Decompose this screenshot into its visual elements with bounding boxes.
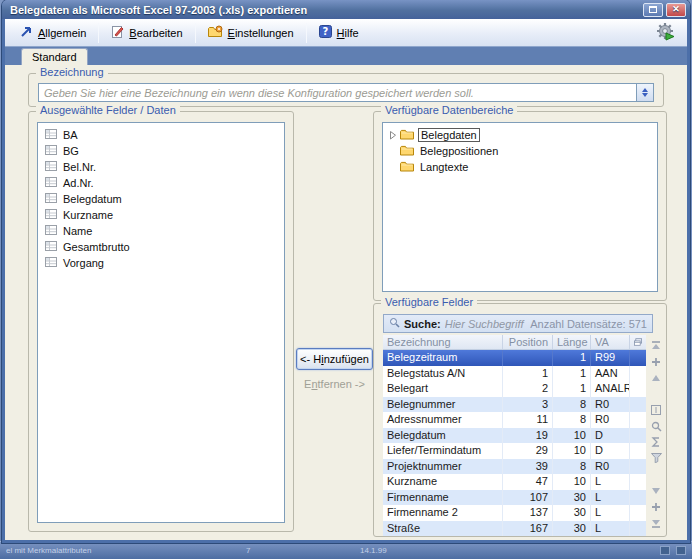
expander-icon[interactable] [388,131,398,140]
settings-folder-icon [208,25,223,40]
table-row[interactable]: Adressnummer 11 8 R0 [383,412,646,428]
datenbereiche-group: Verfügbare Datenbereiche Belegdaten Bele… [373,111,667,301]
table-row[interactable]: Liefer/Termindatum 29 10 D [383,443,646,459]
column-laenge[interactable]: Länge [553,335,591,349]
selected-field-label: Gesamtbrutto [63,241,130,253]
export-dialog: Belegdaten als Microsoft Excel 97-2003 (… [2,0,690,543]
einstellungen-button[interactable]: Einstellungen [199,21,303,44]
selected-field-item[interactable]: BG [38,143,284,159]
selected-fields-panel[interactable]: BA BG Bel.Nr. Ad.Nr. Belegdatum Kurzname [37,122,285,523]
background-window-fragment [676,546,686,555]
selected-field-item[interactable]: Kurzname [38,207,284,223]
datenbereiche-tree: Belegdaten Belegpositionen Langtexte [383,123,657,175]
selected-fields-list: BA BG Bel.Nr. Ad.Nr. Belegdatum Kurzname [38,123,284,271]
toolbar-separator [98,23,99,43]
selected-field-label: BA [63,129,78,141]
cell-laenge: 8 [553,397,591,413]
cell-position: 29 [503,443,553,459]
bearbeiten-button[interactable]: Bearbeiten [102,21,191,44]
selected-field-label: Bel.Nr. [63,161,96,173]
tab-standard[interactable]: Standard [21,48,88,65]
bezeichnung-combobox[interactable]: Geben Sie hier eine Bezeichnung ein wenn… [38,83,654,102]
search-bar[interactable]: Suche: Hier Suchbegriff eingeben Anzahl … [383,314,653,333]
cell-bezeichnung: Kurzname [383,474,503,490]
column-chooser-icon [634,337,642,347]
cell-bezeichnung: Belegdatum [383,428,503,444]
grid-search-icon[interactable] [650,421,662,432]
search-input[interactable]: Hier Suchbegriff eingeben [445,318,527,330]
move-down-icon[interactable] [650,501,662,512]
cell-laenge: 8 [553,459,591,475]
restore-button[interactable] [643,3,663,17]
edit-icon [111,25,124,40]
row-up-icon[interactable] [650,372,662,383]
entfernen-button[interactable]: Entfernen -> [296,378,373,390]
table-row[interactable]: Straße 167 30 L [383,521,646,537]
tree-item[interactable]: Belegdaten [383,127,657,143]
cell-bezeichnung: Firmenname 2 [383,505,503,521]
column-position[interactable]: Position [503,335,553,349]
allgemein-button[interactable]: Allgemein [11,21,95,44]
cell-va: D [591,428,630,444]
move-up-icon[interactable] [650,356,662,367]
background-status-date: 14.1.99 [360,546,387,555]
selected-field-item[interactable]: Vorgang [38,255,284,271]
table-row[interactable]: Belegnummer 3 8 R0 [383,397,646,413]
tree-item-label: Belegpositionen [418,145,500,157]
datenbereiche-panel[interactable]: Belegdaten Belegpositionen Langtexte [382,122,658,292]
cell-extra [630,474,646,490]
datenbereiche-legend: Verfügbare Datenbereiche [381,104,517,116]
row-down-icon[interactable] [650,485,662,496]
cell-va: R0 [591,397,630,413]
cell-laenge: 10 [553,474,591,490]
selected-field-item[interactable]: Bel.Nr. [38,159,284,175]
table-header[interactable]: Bezeichnung Position Länge VA [383,335,646,350]
close-button[interactable]: ✕ [666,3,686,17]
cell-laenge: 30 [553,505,591,521]
column-va[interactable]: VA [591,335,630,349]
details-icon[interactable] [650,405,662,416]
tab-strip: Standard [5,47,687,65]
scroll-bottom-icon[interactable] [650,517,662,528]
column-chooser-button[interactable] [630,335,646,349]
felder-group: Verfügbare Felder Suche: Hier Suchbegrif… [373,303,667,537]
search-icon [389,317,400,330]
bezeichnung-legend: Bezeichnung [36,66,108,78]
combo-spinner-button[interactable] [636,84,653,101]
selected-field-item[interactable]: Gesamtbrutto [38,239,284,255]
filter-icon[interactable] [650,453,662,464]
table-row[interactable]: Belegstatus A/N 1 1 AAN [383,366,646,382]
cell-va: R99 [591,350,630,366]
table-row[interactable]: Belegdatum 19 10 D [383,428,646,444]
toolbar-separator [195,23,196,43]
selected-field-label: BG [63,145,79,157]
table-row[interactable]: Firmenname 2 137 30 L [383,505,646,521]
tree-item[interactable]: Langtexte [383,159,657,175]
selected-field-item[interactable]: Belegdatum [38,191,284,207]
selected-fields-group: Ausgewählte Felder / Daten BA BG Bel.Nr.… [28,111,294,532]
selected-field-item[interactable]: Name [38,223,284,239]
selected-field-label: Name [63,225,92,237]
table-row[interactable]: Belegzeitraum 1 R99 [383,350,646,366]
hinzufuegen-button[interactable]: <- Hinzufügen [296,348,373,370]
cell-position: 3 [503,397,553,413]
gear-run-icon [656,22,676,44]
column-bezeichnung[interactable]: Bezeichnung [383,335,503,349]
cell-extra [630,397,646,413]
table-row[interactable]: Belegart 2 1 ANALRGI [383,381,646,397]
expander-icon[interactable] [388,163,398,172]
table-row[interactable]: Firmenname 107 30 L [383,490,646,506]
table-row[interactable]: Projektnummer 39 8 R0 [383,459,646,475]
table-row[interactable]: Kurzname 47 10 L [383,474,646,490]
expander-icon[interactable] [388,147,398,156]
selected-field-item[interactable]: Ad.Nr. [38,175,284,191]
hilfe-button[interactable]: ? Hilfe [310,21,368,44]
cell-extra [630,428,646,444]
sum-icon[interactable] [650,437,662,448]
tree-item[interactable]: Belegpositionen [383,143,657,159]
selected-field-item[interactable]: BA [38,127,284,143]
field-grid-icon [45,160,57,174]
titlebar[interactable]: Belegdaten als Microsoft Excel 97-2003 (… [2,0,690,19]
scroll-top-icon[interactable] [650,340,662,351]
run-export-button[interactable] [651,19,681,47]
